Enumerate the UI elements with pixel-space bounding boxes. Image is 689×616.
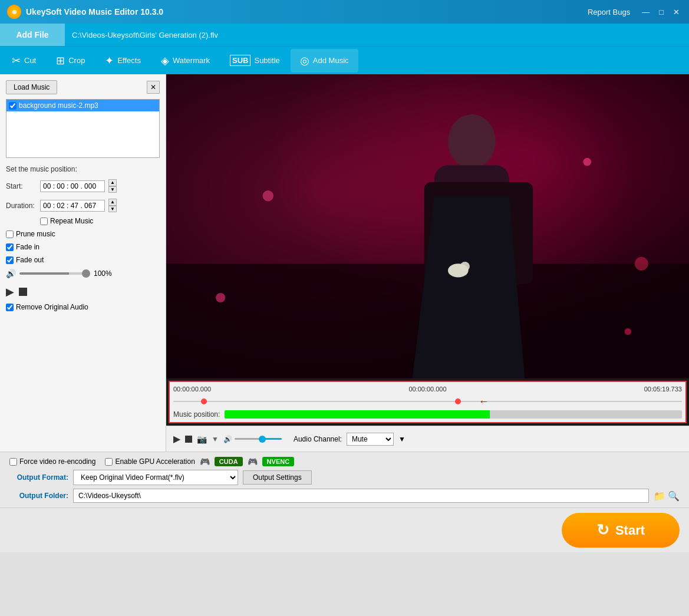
fadein-label: Fade in [16, 243, 39, 251]
duration-down[interactable]: ▼ [108, 206, 117, 213]
force-reencode-option: Force video re-encoding [9, 457, 95, 466]
stop-button[interactable] [19, 288, 27, 296]
svg-point-8 [583, 158, 591, 166]
fadeout-row: Fade out [6, 256, 160, 264]
timeline-end-marker[interactable] [455, 398, 461, 404]
prune-checkbox[interactable] [6, 230, 14, 238]
music-position-label: Music position: [173, 410, 220, 419]
toolbar-subtitle[interactable]: SUB Subtitle [220, 49, 289, 73]
fadein-checkbox[interactable] [6, 243, 14, 251]
timeline-time3: 00:05:19.733 [644, 386, 682, 393]
playback-controls: ▶ 📷 ▼ 🔊 Audio Channel: Mute Left Right S… [166, 426, 689, 452]
volume-row: 🔊 100% [6, 269, 160, 278]
add-file-button[interactable]: Add File [0, 24, 65, 46]
music-item-checkbox[interactable] [9, 102, 17, 110]
toolbar-effects[interactable]: ✦ Effects [95, 49, 150, 73]
maximize-button[interactable]: □ [657, 8, 666, 17]
toolbar-watermark[interactable]: ◈ Watermark [151, 49, 219, 73]
crop-label: Crop [68, 56, 85, 65]
title-bar: ⊕ UkeySoft Video Music Editor 10.3.0 Rep… [0, 0, 689, 24]
force-reencode-checkbox[interactable] [9, 458, 17, 466]
watermark-icon: ◈ [161, 54, 169, 67]
remove-audio-checkbox[interactable] [6, 304, 14, 311]
output-settings-button[interactable]: Output Settings [243, 470, 312, 485]
toolbar-cut[interactable]: ✂ Cut [2, 49, 45, 73]
cut-label: Cut [24, 56, 36, 65]
browse-folder-button[interactable]: 📁 [654, 490, 665, 502]
start-time-row: Start: ▲ ▼ [6, 179, 160, 193]
addmusic-label: Add Music [313, 56, 349, 65]
duration-up[interactable]: ▲ [108, 199, 117, 206]
start-label: Start: [6, 182, 37, 190]
video-stop-button[interactable] [185, 436, 192, 443]
gpu-accel-label: Enable GPU Acceleration [115, 457, 194, 466]
bottom-actions: ↻ Start [0, 508, 689, 552]
audio-channel-label: Audio Channel: [294, 435, 342, 443]
duration-input[interactable] [40, 200, 105, 212]
minimize-button[interactable]: — [639, 8, 652, 17]
load-music-row: Load Music ✕ [6, 80, 160, 94]
subtitle-label: Subtitle [254, 56, 279, 65]
gpu-accel-checkbox[interactable] [105, 458, 113, 466]
search-folder-button[interactable]: 🔍 [668, 490, 680, 502]
svg-point-3 [448, 114, 496, 169]
timeline-start-marker[interactable] [201, 398, 207, 404]
left-panel: Load Music ✕ background music-2.mp3 Set … [0, 74, 166, 452]
set-position-label: Set the music position: [6, 165, 160, 173]
crop-icon: ⊞ [56, 54, 65, 67]
play-button[interactable]: ▶ [6, 285, 14, 298]
remove-audio-row: Remove Original Audio [6, 303, 160, 311]
folder-icon-group: 📁 🔍 [654, 490, 680, 502]
video-volume-control: 🔊 [223, 435, 282, 443]
start-icon: ↻ [596, 521, 609, 539]
output-folder-input[interactable] [73, 489, 649, 503]
toolbar-addmusic[interactable]: ◎ Add Music [291, 49, 358, 73]
output-folder-row: Output Folder: 📁 🔍 [9, 489, 680, 503]
video-play-button[interactable]: ▶ [173, 433, 180, 444]
report-bugs-link[interactable]: Report Bugs [588, 8, 630, 17]
repeat-row: Repeat Music [40, 217, 160, 225]
file-path: C:\Videos-Ukeysoft\Girls' Generation (2)… [65, 31, 218, 39]
timeline-time1: 00:00:00.000 [173, 386, 211, 393]
duration-row: Duration: ▲ ▼ [6, 199, 160, 212]
bottom-bar: Force video re-encoding Enable GPU Accel… [0, 452, 689, 508]
music-item[interactable]: background music-2.mp3 [6, 100, 159, 111]
svg-point-9 [635, 257, 648, 271]
nvidia-icon1: 🎮 [200, 457, 210, 466]
watermark-label: Watermark [173, 56, 210, 65]
volume-icon: 🔊 [6, 269, 16, 278]
volume-slider[interactable] [19, 272, 90, 275]
bottom-options-row: Force video re-encoding Enable GPU Accel… [9, 457, 680, 466]
fadein-row: Fade in [6, 243, 160, 251]
nvidia-icon2: 🎮 [248, 457, 258, 466]
svg-point-7 [263, 190, 273, 201]
output-format-select[interactable]: Keep Original Video Format(*.flv) [73, 470, 238, 485]
fadeout-checkbox[interactable] [6, 256, 14, 264]
screenshot-button[interactable]: 📷 [197, 434, 207, 444]
music-position-track[interactable] [225, 410, 682, 419]
start-time-down[interactable]: ▼ [108, 186, 117, 193]
timeline-background [173, 401, 682, 402]
add-file-bar: Add File C:\Videos-Ukeysoft\Girls' Gener… [0, 24, 689, 46]
start-time-input[interactable] [40, 180, 105, 192]
video-volume-slider[interactable] [235, 438, 282, 440]
effects-label: Effects [117, 56, 141, 65]
screenshot-dropdown[interactable]: ▼ [212, 435, 219, 443]
music-position-fill [225, 410, 490, 419]
start-button[interactable]: ↻ Start [562, 513, 680, 548]
close-button[interactable]: ✕ [671, 8, 682, 17]
prune-label: Prune music [16, 230, 55, 238]
repeat-checkbox[interactable] [40, 218, 48, 225]
audio-channel-select[interactable]: Mute Left Right Stereo [347, 433, 394, 446]
timeline-arrow-icon: ← [479, 396, 489, 408]
svg-point-11 [625, 328, 632, 335]
timeline-timestamps: 00:00:00.000 00:00:00.000 00:05:19.733 [173, 386, 682, 393]
start-label: Start [615, 523, 645, 538]
timeline-section: 00:00:00.000 00:00:00.000 00:05:19.733 ←… [169, 381, 687, 423]
close-panel-button[interactable]: ✕ [147, 81, 160, 94]
load-music-button[interactable]: Load Music [6, 80, 57, 94]
playback-row: ▶ [6, 285, 160, 298]
gpu-accel-option: Enable GPU Acceleration 🎮 CUDA 🎮 NVENC [105, 457, 294, 466]
toolbar-crop[interactable]: ⊞ Crop [47, 49, 94, 73]
start-time-up[interactable]: ▲ [108, 179, 117, 186]
